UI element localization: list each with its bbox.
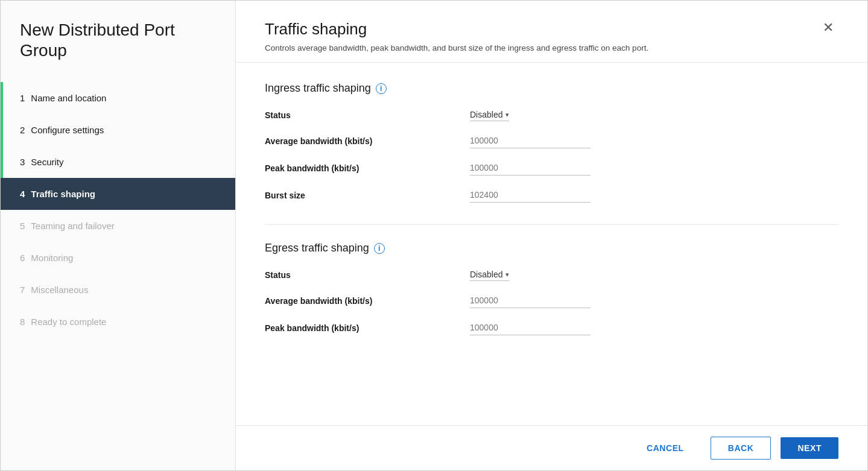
ingress-avg-bandwidth-label: Average bandwidth (kbit/s) xyxy=(265,136,470,146)
egress-status-label: Status xyxy=(265,270,470,280)
step-label-7: Miscellaneous xyxy=(31,285,88,295)
ingress-burst-size-row: Burst size xyxy=(265,188,838,203)
ingress-status-control: Disabled Enabled ▾ xyxy=(470,109,838,121)
sidebar-step-4[interactable]: 4Traffic shaping xyxy=(1,178,235,210)
ingress-status-row: Status Disabled Enabled ▾ xyxy=(265,109,838,121)
dialog: New Distributed Port Group 1Name and loc… xyxy=(0,0,868,471)
egress-status-row: Status Disabled Enabled ▾ xyxy=(265,269,838,281)
egress-peak-bandwidth-control xyxy=(470,320,838,335)
step-label-1: Name and location xyxy=(31,93,106,103)
step-label-6: Monitoring xyxy=(31,253,73,263)
step-indicator-4 xyxy=(1,178,3,210)
step-indicator-8 xyxy=(1,306,3,338)
egress-status-select-wrapper[interactable]: Disabled Enabled ▾ xyxy=(470,270,509,281)
step-num-4: 4 xyxy=(20,189,25,199)
close-button[interactable]: ✕ xyxy=(818,17,838,38)
step-indicator-3 xyxy=(1,146,3,178)
next-button[interactable]: NEXT xyxy=(781,437,838,459)
step-indicator-2 xyxy=(1,114,3,146)
ingress-burst-size-control xyxy=(470,188,838,203)
step-num-7: 7 xyxy=(20,285,25,295)
egress-avg-bandwidth-control xyxy=(470,293,838,308)
egress-avg-bandwidth-label: Average bandwidth (kbit/s) xyxy=(265,296,470,306)
egress-peak-bandwidth-input[interactable] xyxy=(470,320,591,335)
ingress-avg-bandwidth-row: Average bandwidth (kbit/s) xyxy=(265,133,838,148)
egress-section-title: Egress traffic shaping i xyxy=(265,242,838,254)
main-header: Traffic shaping Controls average bandwid… xyxy=(236,1,867,63)
sidebar-step-7: 7Miscellaneous xyxy=(1,274,235,306)
ingress-peak-bandwidth-label: Peak bandwidth (kbit/s) xyxy=(265,163,470,173)
cancel-button[interactable]: CANCEL xyxy=(630,437,701,459)
ingress-info-icon[interactable]: i xyxy=(376,83,387,94)
footer: CANCEL BACK NEXT xyxy=(236,425,867,470)
step-num-6: 6 xyxy=(20,253,25,263)
egress-peak-bandwidth-label: Peak bandwidth (kbit/s) xyxy=(265,323,470,333)
step-num-2: 2 xyxy=(20,125,25,135)
egress-status-control: Disabled Enabled ▾ xyxy=(470,269,838,281)
step-label-8: Ready to complete xyxy=(31,317,106,327)
ingress-burst-size-input[interactable] xyxy=(470,188,591,203)
egress-avg-bandwidth-row: Average bandwidth (kbit/s) xyxy=(265,293,838,308)
step-indicator-6 xyxy=(1,242,3,274)
egress-avg-bandwidth-input[interactable] xyxy=(470,293,591,308)
sidebar: New Distributed Port Group 1Name and loc… xyxy=(1,1,236,470)
ingress-peak-bandwidth-row: Peak bandwidth (kbit/s) xyxy=(265,160,838,175)
step-num-8: 8 xyxy=(20,317,25,327)
sidebar-step-1[interactable]: 1Name and location xyxy=(1,82,235,114)
step-indicator-5 xyxy=(1,210,3,242)
ingress-burst-size-label: Burst size xyxy=(265,191,470,200)
main-body: Ingress traffic shaping i Status Disable… xyxy=(236,63,867,425)
ingress-section: Ingress traffic shaping i Status Disable… xyxy=(265,82,838,203)
egress-status-select[interactable]: Disabled Enabled xyxy=(470,270,514,279)
sidebar-step-3[interactable]: 3Security xyxy=(1,146,235,178)
ingress-status-select[interactable]: Disabled Enabled xyxy=(470,110,514,119)
main-panel: Traffic shaping Controls average bandwid… xyxy=(236,1,867,470)
step-label-2: Configure settings xyxy=(31,125,104,135)
page-title: Traffic shaping xyxy=(265,20,648,39)
page-description: Controls average bandwidth, peak bandwid… xyxy=(265,43,648,52)
step-indicator-1 xyxy=(1,82,3,114)
step-num-5: 5 xyxy=(20,221,25,231)
ingress-avg-bandwidth-input[interactable] xyxy=(470,133,591,148)
sidebar-step-2[interactable]: 2Configure settings xyxy=(1,114,235,146)
back-button[interactable]: BACK xyxy=(711,437,771,460)
step-label-5: Teaming and failover xyxy=(31,221,114,231)
egress-info-icon[interactable]: i xyxy=(374,243,385,254)
sidebar-step-8: 8Ready to complete xyxy=(1,306,235,338)
ingress-avg-bandwidth-control xyxy=(470,133,838,148)
ingress-status-label: Status xyxy=(265,110,470,120)
ingress-peak-bandwidth-input[interactable] xyxy=(470,160,591,175)
ingress-peak-bandwidth-control xyxy=(470,160,838,175)
header-left: Traffic shaping Controls average bandwid… xyxy=(265,20,648,52)
ingress-section-title: Ingress traffic shaping i xyxy=(265,82,838,95)
step-num-1: 1 xyxy=(20,93,25,103)
step-label-3: Security xyxy=(31,157,63,167)
dialog-title: New Distributed Port Group xyxy=(1,1,235,77)
egress-peak-bandwidth-row: Peak bandwidth (kbit/s) xyxy=(265,320,838,335)
ingress-status-select-wrapper[interactable]: Disabled Enabled ▾ xyxy=(470,110,509,121)
sidebar-step-5: 5Teaming and failover xyxy=(1,210,235,242)
sidebar-step-6: 6Monitoring xyxy=(1,242,235,274)
section-divider xyxy=(265,224,838,225)
egress-section: Egress traffic shaping i Status Disabled… xyxy=(265,242,838,335)
sidebar-steps: 1Name and location2Configure settings3Se… xyxy=(1,77,235,470)
step-label-4: Traffic shaping xyxy=(31,189,95,199)
step-indicator-7 xyxy=(1,274,3,306)
step-num-3: 3 xyxy=(20,157,25,167)
